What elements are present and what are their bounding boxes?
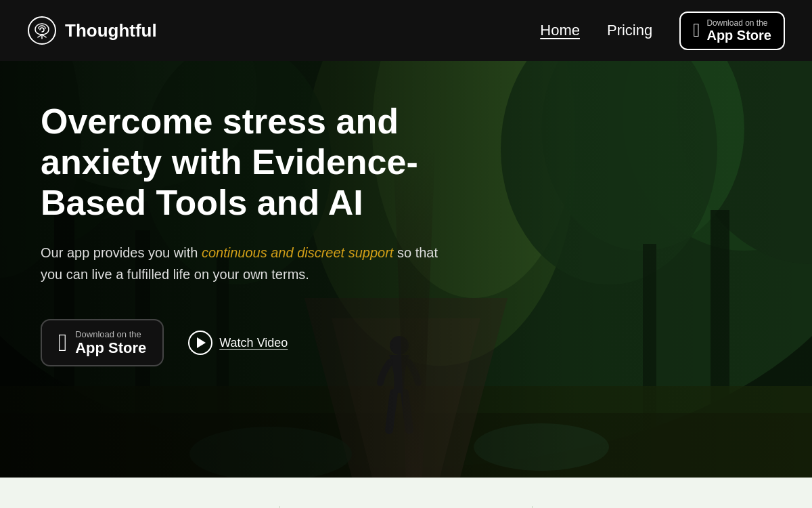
brand-icon (27, 16, 57, 45)
svg-line-3 (42, 35, 46, 37)
app-store-btn-hero-text: Download on the App Store (75, 329, 146, 357)
subtitle-highlight: continuous and discreet support (202, 245, 394, 260)
apple-icon-nav:  (693, 20, 700, 41)
hero-actions:  Download on the App Store Watch Video (41, 319, 447, 366)
play-triangle (197, 337, 206, 348)
hero-title: Overcome stress and anxiety with Evidenc… (41, 102, 447, 223)
hero-subtitle: Our app provides you with continuous and… (41, 242, 447, 285)
play-icon (188, 331, 212, 355)
nav-links: Home Pricing  Download on the App Store (540, 12, 785, 50)
hero-content: Overcome stress and anxiety with Evidenc… (0, 61, 487, 407)
app-store-button-nav[interactable]:  Download on the App Store (679, 12, 785, 50)
svg-line-2 (38, 35, 42, 37)
steps-section: 1. Download the free app 2. Use the app … (0, 478, 812, 508)
watch-video-label: Watch Video (219, 336, 288, 350)
brand-logo-link[interactable]: Thoughtful (27, 16, 157, 45)
watch-video-button[interactable]: Watch Video (188, 331, 288, 355)
app-store-btn-nav-text: Download on the App Store (706, 18, 771, 43)
hero-section: Overcome stress and anxiety with Evidenc… (0, 61, 812, 478)
nav-pricing[interactable]: Pricing (607, 22, 652, 39)
svg-point-0 (28, 17, 55, 44)
subtitle-before: Our app provides you with (41, 245, 202, 260)
apple-icon-hero:  (58, 329, 67, 357)
app-store-button-hero[interactable]:  Download on the App Store (41, 319, 164, 366)
nav-home[interactable]: Home (540, 22, 580, 39)
brand-name: Thoughtful (65, 20, 157, 41)
navbar: Thoughtful Home Pricing  Download on th… (0, 0, 812, 61)
